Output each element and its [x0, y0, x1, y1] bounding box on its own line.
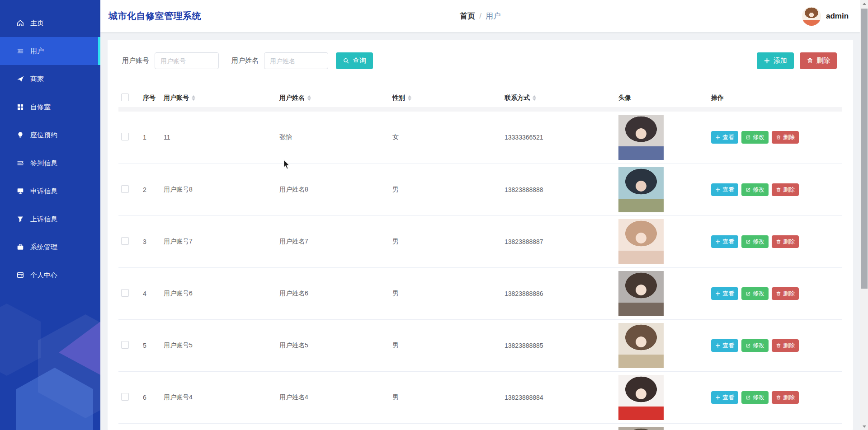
table-row: 4 用户账号6 用户姓名6 男 13823888886 查看 修改 删除 [118, 267, 842, 319]
sidebar-item-complaint[interactable]: 上诉信息 [0, 205, 100, 233]
avatar-image [618, 375, 664, 420]
cell-account: 用户账号8 [161, 164, 277, 215]
add-button-label: 添加 [774, 56, 787, 65]
edit-button[interactable]: 修改 [741, 183, 769, 196]
delete-button[interactable]: 删除 [772, 287, 799, 300]
sort-caret-icon[interactable] [408, 95, 411, 101]
delete-button[interactable]: 删除 [772, 235, 799, 248]
row-checkbox[interactable] [121, 133, 129, 140]
merchant-icon [16, 75, 24, 83]
breadcrumb-home[interactable]: 首页 [460, 11, 475, 21]
table-row: 5 用户账号5 用户姓名5 男 13823888885 查看 修改 删除 [118, 319, 842, 371]
sort-caret-icon[interactable] [533, 95, 536, 101]
row-checkbox[interactable] [121, 289, 129, 297]
column-header-phone[interactable]: 联系方式 [502, 89, 616, 107]
top-header: 城市化自修室管理系统 首页 / 用户 admin [100, 0, 860, 32]
cell-phone: 13823888886 [502, 267, 616, 319]
scroll-down-arrow[interactable] [860, 423, 868, 430]
account-input[interactable] [155, 52, 219, 69]
column-header-gender[interactable]: 性别 [390, 89, 502, 107]
main-area: 城市化自修室管理系统 首页 / 用户 admin 用户账号 用户姓名 [100, 0, 860, 430]
add-button[interactable]: 添加 [757, 52, 794, 69]
column-header-account[interactable]: 用户账号 [161, 89, 277, 107]
column-header-name[interactable]: 用户姓名 [277, 89, 390, 107]
edit-button[interactable]: 修改 [741, 131, 769, 144]
view-button[interactable]: 查看 [711, 131, 738, 144]
edit-icon [745, 187, 751, 192]
row-checkbox[interactable] [121, 341, 129, 349]
edit-button[interactable]: 修改 [741, 339, 769, 352]
cell-gender: 男 [390, 164, 502, 215]
table-row: 2 用户账号8 用户姓名8 男 13823888888 查看 修改 删除 [118, 164, 842, 215]
row-actions: 查看 修改 删除 [711, 287, 842, 300]
sidebar-item-checkin[interactable]: 签到信息 [0, 149, 100, 177]
sidebar-item-system[interactable]: 系统管理 [0, 233, 100, 261]
user-list-card: 用户账号 用户姓名 查询 添加 [108, 40, 853, 430]
delete-selected-button[interactable]: 删除 [800, 52, 837, 69]
view-button[interactable]: 查看 [711, 235, 738, 248]
delete-button-label: 删除 [783, 341, 795, 350]
delete-button[interactable]: 删除 [772, 391, 799, 404]
sidebar-item-home[interactable]: 主页 [0, 9, 100, 37]
view-button[interactable]: 查看 [711, 287, 738, 300]
name-input[interactable] [264, 52, 328, 69]
checkin-icon [16, 159, 24, 167]
search-button[interactable]: 查询 [336, 52, 373, 69]
edit-button[interactable]: 修改 [741, 235, 769, 248]
row-checkbox[interactable] [121, 237, 129, 245]
column-label: 用户账号 [164, 94, 189, 102]
sidebar-item-profile[interactable]: 个人中心 [0, 261, 100, 289]
scroll-up-arrow[interactable] [860, 0, 868, 7]
cell-gender: 男 [390, 267, 502, 319]
avatar-image [618, 271, 664, 316]
cell-index: 3 [140, 215, 161, 267]
view-button[interactable]: 查看 [711, 339, 738, 352]
sidebar-item-studyroom[interactable]: 自修室 [0, 93, 100, 121]
row-checkbox[interactable] [121, 185, 129, 193]
trash-icon [776, 395, 781, 400]
avatar-image [618, 115, 664, 160]
select-all-checkbox[interactable] [121, 93, 129, 101]
edit-button[interactable]: 修改 [741, 391, 769, 404]
sidebar-item-users[interactable]: 用户 [0, 37, 100, 65]
cell-index: 1 [140, 112, 161, 164]
cell-gender: 男 [390, 319, 502, 371]
edit-button-label: 修改 [753, 290, 764, 298]
sidebar-item-label: 上诉信息 [30, 215, 57, 224]
edit-button[interactable]: 修改 [741, 287, 769, 300]
view-button[interactable]: 查看 [711, 391, 738, 404]
scrollbar[interactable] [860, 0, 868, 430]
delete-button[interactable]: 删除 [772, 183, 799, 196]
sidebar-item-appeal[interactable]: 申诉信息 [0, 177, 100, 205]
sort-caret-icon[interactable] [307, 95, 311, 101]
trash-icon [807, 57, 813, 64]
cell-account: 用户账号4 [161, 371, 277, 423]
row-actions: 查看 修改 删除 [711, 183, 842, 196]
cell-phone: 13823888887 [502, 215, 616, 267]
row-checkbox[interactable] [121, 393, 129, 401]
cell-index [140, 423, 161, 430]
sidebar-item-label: 申诉信息 [30, 187, 57, 196]
column-header-actions: 操作 [708, 89, 842, 107]
sidebar-item-seat[interactable]: 座位预约 [0, 121, 100, 149]
cell-account [161, 423, 277, 430]
delete-button[interactable]: 删除 [772, 131, 799, 144]
delete-button[interactable]: 删除 [772, 339, 799, 352]
delete-button-label: 删除 [783, 290, 795, 298]
plus-icon [715, 135, 721, 140]
cell-index: 6 [140, 371, 161, 423]
cell-phone: 13333366521 [502, 112, 616, 164]
cell-name [277, 423, 390, 430]
sidebar-item-label: 个人中心 [30, 271, 57, 280]
sidebar-item-label: 用户 [30, 47, 44, 56]
view-button-label: 查看 [722, 238, 734, 246]
view-button[interactable]: 查看 [711, 183, 738, 196]
sidebar-item-merchant[interactable]: 商家 [0, 65, 100, 93]
trash-icon [776, 135, 781, 140]
sort-caret-icon[interactable] [192, 95, 195, 101]
studyroom-icon [16, 103, 24, 111]
scroll-thumb[interactable] [861, 9, 868, 289]
cell-phone [502, 423, 616, 430]
breadcrumb-current: 用户 [486, 11, 501, 21]
user-menu[interactable]: admin [802, 7, 849, 26]
